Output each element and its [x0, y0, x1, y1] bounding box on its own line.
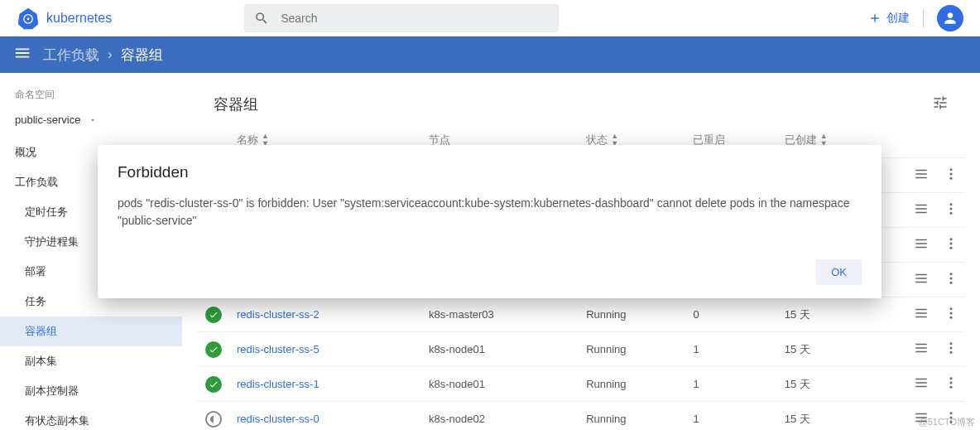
modal-ok-button[interactable]: OK [816, 259, 862, 285]
modal-title: Forbidden [118, 163, 862, 181]
modal-actions: OK [118, 259, 862, 285]
error-modal: Forbidden pods "redis-cluster-ss-0" is f… [98, 145, 882, 298]
watermark: @51CTO博客 [919, 416, 975, 428]
modal-message: pods "redis-cluster-ss-0" is forbidden: … [118, 195, 862, 229]
